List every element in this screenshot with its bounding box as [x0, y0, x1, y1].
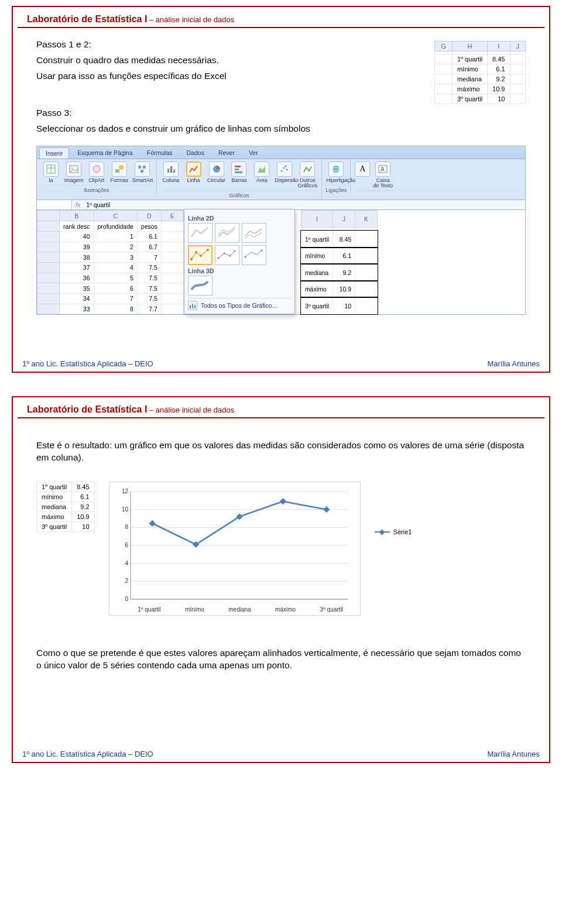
image-icon	[66, 162, 81, 177]
tab-rever[interactable]: Rever	[213, 147, 241, 159]
ribbon-btn-imagem[interactable]: Imagem	[64, 162, 84, 183]
svg-rect-17	[235, 171, 242, 173]
line-3d[interactable]	[188, 276, 213, 296]
svg-rect-11	[167, 169, 169, 173]
fx-value[interactable]: 1º quartil	[84, 200, 112, 209]
ribbon-btn-linha[interactable]: Linha	[184, 162, 204, 183]
ribbon-tabs: Inserir Esquema de Página Fórmulas Dados…	[37, 146, 525, 159]
svg-marker-18	[258, 166, 265, 173]
text-usar: Usar para isso as funções específicas do…	[36, 70, 417, 83]
svg-point-5	[93, 166, 100, 173]
svg-text:10: 10	[121, 506, 128, 513]
header-subtitle: análise inicial de dados	[156, 406, 234, 414]
svg-point-35	[244, 256, 246, 258]
slide-footer: 1º ano Lic. Estatística Aplicada – DEIO …	[13, 356, 549, 372]
line-2d-plain[interactable]	[188, 223, 213, 243]
svg-point-4	[71, 167, 73, 169]
ribbon-btn-barras[interactable]: Barras	[229, 162, 249, 183]
clipart-icon	[89, 162, 104, 177]
svg-rect-60	[323, 506, 330, 513]
line-chart-dropdown[interactable]: Linha 2D Linha 3D	[184, 209, 295, 314]
ribbon-btn-hiperligacao[interactable]: Hiperligação	[326, 162, 346, 183]
col-g: G	[435, 42, 453, 51]
line-2d-100[interactable]	[242, 223, 266, 243]
svg-text:8: 8	[125, 524, 128, 530]
area-chart-icon	[254, 162, 269, 177]
text-passos12: Passos 1 e 2:	[36, 39, 417, 51]
group-label-ligacoes: Ligações	[325, 185, 347, 193]
footer-left: 1º ano Lic. Estatística Aplicada – DEIO	[22, 359, 153, 368]
line-2d-markers[interactable]	[188, 245, 213, 265]
pie-chart-icon	[209, 162, 224, 177]
column-chart-icon	[163, 162, 179, 177]
svg-rect-10	[140, 170, 143, 173]
tab-inserir[interactable]: Inserir	[39, 147, 69, 159]
textbox-icon: A	[375, 162, 390, 177]
svg-point-33	[229, 255, 231, 257]
dd-section-2d: Linha 2D	[188, 215, 291, 222]
ribbon-btn-coluna[interactable]: Coluna	[161, 162, 181, 183]
sheet-right: IJK 1º quartil8.45 mínimo6.1 mediana9.2 …	[301, 210, 378, 314]
hyperlink-icon	[328, 162, 344, 177]
ribbon-btn-outros[interactable]: Outros Gráficos	[297, 162, 317, 189]
line-2d-markers-100[interactable]	[242, 245, 266, 265]
ribbon-group-graficos: Coluna Linha Circular Barras Área Disper…	[157, 159, 323, 200]
ribbon-btn-circular[interactable]: Circular	[207, 162, 227, 183]
ribbon-btn-clipart[interactable]: ClipArt	[87, 162, 107, 183]
col-j: J	[510, 42, 526, 51]
table-icon	[43, 162, 59, 177]
col-h: H	[452, 42, 487, 51]
svg-rect-38	[192, 304, 193, 308]
text-construir: Construir o quadro das medidas necessári…	[36, 54, 417, 67]
ribbon-btn-la[interactable]: la	[41, 162, 61, 183]
svg-point-31	[217, 257, 219, 259]
dd-all-types[interactable]: Todos os Tipos de Gráfico…	[188, 298, 291, 310]
ribbon-btn-caixa-texto[interactable]: ACaixa de Texto	[373, 162, 393, 189]
text-seleccionar: Seleccionar os dados e construir um gráf…	[36, 123, 417, 135]
tab-ver[interactable]: Ver	[243, 147, 264, 159]
ribbon-btn-area[interactable]: Área	[252, 162, 272, 183]
svg-point-36	[261, 250, 262, 252]
svg-rect-6	[115, 169, 119, 173]
fx-label: fx	[72, 201, 84, 208]
tab-formulas[interactable]: Fórmulas	[141, 147, 179, 159]
stats-table-2: 1º quartil8.45 mínimo6.1 mediana9.2 máxi…	[36, 482, 95, 532]
name-box[interactable]	[37, 200, 72, 209]
header-title: Laboratório de Estatística I	[27, 14, 147, 24]
footer-right: Marília Antunes	[487, 359, 540, 368]
svg-rect-56	[149, 520, 155, 527]
header-sep: –	[147, 406, 155, 414]
chart-legend: Série1	[375, 528, 412, 535]
slide-footer: 1º ano Lic. Estatística Aplicada – DEIO …	[13, 746, 549, 762]
svg-point-21	[286, 169, 288, 170]
slide-2: Laboratório de Estatística I – análise i…	[12, 396, 550, 763]
text-resultado: Este é o resultado: um gráfico em que os…	[36, 439, 526, 464]
svg-text:2: 2	[125, 578, 128, 584]
svg-text:6: 6	[125, 542, 128, 548]
svg-text:12: 12	[121, 488, 128, 494]
dd-section-3d: Linha 3D	[188, 267, 291, 274]
scatter-chart-icon	[277, 162, 292, 177]
svg-rect-9	[143, 166, 146, 169]
svg-point-28	[195, 251, 197, 253]
ribbon-btn-dispersao[interactable]: Dispersão	[275, 162, 294, 183]
chart-x-labels: 1º quartilmínimomedianamáximo3º quartil	[114, 604, 355, 614]
slide-header: Laboratório de Estatística I – análise i…	[18, 401, 544, 418]
line-2d-markers-stacked[interactable]	[215, 245, 239, 265]
legend-label: Série1	[393, 528, 412, 535]
tab-dados[interactable]: Dados	[181, 147, 210, 159]
svg-rect-15	[235, 166, 241, 167]
line-2d-stacked[interactable]	[215, 223, 239, 243]
svg-point-19	[281, 170, 283, 171]
tab-esquema[interactable]: Esquema de Página	[71, 147, 139, 159]
worksheet[interactable]: BCDE rank descprofundidadepesos 4016.1 3…	[37, 210, 525, 314]
footer-right: Marília Antunes	[487, 750, 540, 758]
ribbon-btn-formas[interactable]: Formas	[109, 162, 129, 183]
group-label-ilustracoes: Ilustrações	[40, 185, 153, 193]
text-a-icon: A	[355, 162, 370, 177]
col-i: I	[488, 42, 510, 51]
header-subtitle: análise inicial de dados	[156, 15, 234, 24]
svg-point-32	[223, 253, 225, 255]
ribbon-btn-a[interactable]: A	[355, 162, 370, 178]
ribbon-btn-smartart[interactable]: SmartArt	[132, 162, 152, 183]
